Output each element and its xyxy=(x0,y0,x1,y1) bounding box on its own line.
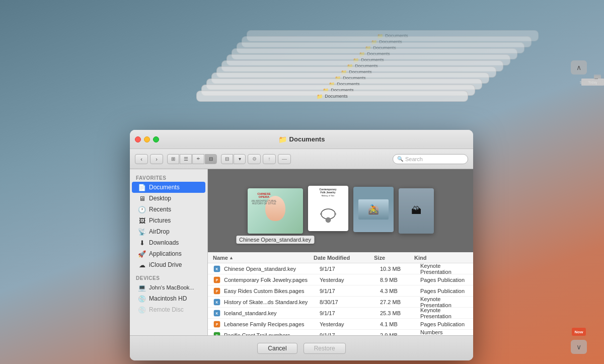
finder-window: 📁 Documents ‹ › ⊞ ☰ ⫩ ⊟ ⊟ ▾ ⚙ ↑ — � xyxy=(130,130,473,360)
file-name-6: Pacific Crest Trail.numbers xyxy=(224,332,320,336)
forward-button[interactable]: › xyxy=(150,154,163,164)
today-marker: Today xyxy=(581,79,604,86)
search-box[interactable]: 🔍 Search xyxy=(393,154,468,164)
file-row-2[interactable]: P Easy Rides Custom Bikes.pages 9/1/17 4… xyxy=(208,285,473,297)
col-header-name[interactable]: Name ▲ xyxy=(213,255,314,261)
view-column-btn[interactable]: ⫩ xyxy=(192,154,204,164)
svg-text:K: K xyxy=(215,312,218,315)
up-arrow-icon: ∧ xyxy=(576,63,581,71)
file-row-1[interactable]: P Contemporary Folk Jewelry.pages Yester… xyxy=(208,274,473,285)
search-placeholder: Search xyxy=(405,156,423,162)
share-btn[interactable]: ↑ xyxy=(263,154,276,164)
back-button[interactable]: ‹ xyxy=(135,154,148,164)
file-list-header[interactable]: Name ▲ Date Modified Size Kind xyxy=(208,252,473,263)
downloads-icon: ⬇ xyxy=(138,239,146,247)
view-buttons: ⊞ ☰ ⫩ ⊟ xyxy=(167,154,217,164)
file-row-5[interactable]: P Lebanese Family Recipes.pages Yesterda… xyxy=(208,319,473,330)
file-row-0[interactable]: K Chinese Opera_standard.key 9/1/17 10.3… xyxy=(208,263,473,274)
col-header-modified[interactable]: Date Modified xyxy=(314,255,374,261)
file-modified-6: 9/1/17 xyxy=(320,332,380,336)
timeline: ∧ Today (Now) September 2017 Today xyxy=(564,60,594,354)
cancel-button[interactable]: Cancel xyxy=(257,343,297,354)
down-arrow-icon: ∨ xyxy=(576,343,581,351)
file-modified-1: Yesterday xyxy=(320,277,380,283)
file-name-3: History of Skate...ds Standard.key xyxy=(224,299,320,305)
window-body: Favorites 📄 Documents 🖥 Desktop 🕐 Recent… xyxy=(130,169,473,335)
file-kind-1: Pages Publication xyxy=(420,277,468,283)
sidebar-item-downloads[interactable]: ⬇ Downloads xyxy=(132,237,205,248)
group-btn[interactable]: ⊟ xyxy=(221,154,233,164)
svg-point-1 xyxy=(326,217,331,223)
sidebar-item-macintosh[interactable]: 💿 Macintosh HD xyxy=(132,293,205,304)
recents-icon: 🕐 xyxy=(138,205,146,213)
airdrop-icon: 📡 xyxy=(138,228,146,236)
sidebar-item-pictures[interactable]: 🖼 Pictures xyxy=(132,215,205,226)
group-down-btn[interactable]: ▾ xyxy=(234,154,246,164)
file-name-4: Iceland_standard.key xyxy=(224,310,320,316)
iceland-content: 🏔 xyxy=(399,188,434,234)
applications-icon: 🚀 xyxy=(138,250,146,258)
sidebar-item-airdrop[interactable]: 📡 AirDrop xyxy=(132,226,205,237)
timeline-block-3 xyxy=(594,76,601,79)
sidebar-item-applications[interactable]: 🚀 Applications xyxy=(132,248,205,259)
tick-8 xyxy=(595,79,598,79)
col-header-kind[interactable]: Kind xyxy=(414,255,468,261)
sidebar-item-macbook[interactable]: 💻 John's MacBook... xyxy=(132,282,205,293)
file-modified-0: 9/1/17 xyxy=(320,266,380,272)
window-title: 📁 Documents xyxy=(278,135,325,143)
restore-button[interactable]: Restore xyxy=(304,343,346,354)
sidebar-item-recents[interactable]: 🕐 Recents xyxy=(132,204,205,215)
bikes-content: 🚵 xyxy=(358,199,389,220)
file-size-4: 25.3 MB xyxy=(380,310,420,316)
sidebar-item-documents[interactable]: 📄 Documents xyxy=(132,182,205,193)
file-row-3[interactable]: K History of Skate...ds Standard.key 8/3… xyxy=(208,297,473,308)
svg-point-2 xyxy=(320,213,322,215)
svg-text:P: P xyxy=(216,323,218,326)
preview-bikes: 🚵 xyxy=(353,187,394,232)
folder-icon: 📁 xyxy=(278,135,287,143)
action-gear-btn[interactable]: ⚙ xyxy=(248,154,261,164)
title-bar: 📁 Documents xyxy=(130,130,473,149)
documents-icon: 📄 xyxy=(138,183,146,191)
minimize-button[interactable] xyxy=(144,136,150,142)
action2-btn[interactable]: — xyxy=(278,154,291,164)
iceland-thumb: 🏔 xyxy=(399,188,434,234)
preview-jewelry: ContemporaryFolk JewelryMaking of Tale xyxy=(308,186,348,231)
opera-thumb: CHINESE OPERA An architectural history o… xyxy=(248,188,303,234)
file-row-6[interactable]: N Pacific Crest Trail.numbers 9/1/17 2.9… xyxy=(208,330,473,335)
main-content: CHINESE OPERA An architectural history o… xyxy=(208,169,473,335)
file-icon-5: P xyxy=(213,320,221,328)
sidebar-item-remote[interactable]: 💿 Remote Disc xyxy=(132,304,205,315)
jewelry-title: ContemporaryFolk JewelryMaking of Tale xyxy=(319,188,336,197)
bikes-image: 🚵 xyxy=(358,199,389,220)
file-name-2: Easy Rides Custom Bikes.pages xyxy=(224,288,320,294)
file-modified-2: 9/1/17 xyxy=(320,288,380,294)
biker-icon: 🚵 xyxy=(368,204,379,215)
macbook-icon: 💻 xyxy=(138,283,146,292)
sidebar-item-icloud[interactable]: ☁ iCloud Drive xyxy=(132,259,205,270)
timeline-up-btn[interactable]: ∧ xyxy=(571,60,587,75)
view-icon-btn[interactable]: ⊞ xyxy=(167,154,179,164)
svg-text:K: K xyxy=(215,267,218,271)
bikes-thumb: 🚵 xyxy=(353,187,394,232)
view-list-btn[interactable]: ☰ xyxy=(180,154,192,164)
view-cover-btn[interactable]: ⊟ xyxy=(205,154,217,164)
col-header-size[interactable]: Size xyxy=(374,255,414,261)
desktop-icon: 🖥 xyxy=(138,194,146,202)
file-icon-0: K xyxy=(213,265,221,273)
opera-text: CHINESE OPERA An architectural history o… xyxy=(252,192,277,205)
remote-icon: 💿 xyxy=(138,306,146,314)
file-icon-3: K xyxy=(213,298,221,306)
close-button[interactable] xyxy=(135,136,141,142)
file-icon-1: P xyxy=(213,276,221,284)
maximize-button[interactable] xyxy=(153,136,159,142)
timeline-down-btn[interactable]: ∨ xyxy=(571,340,587,354)
sidebar-item-desktop[interactable]: 🖥 Desktop xyxy=(132,193,205,204)
file-row-4[interactable]: K Iceland_standard.key 9/1/17 25.3 MB Ke… xyxy=(208,308,473,319)
file-size-2: 4.3 MB xyxy=(380,288,420,294)
opera-label: Chinese Opera_standard.key xyxy=(236,236,314,244)
sort-arrow: ▲ xyxy=(229,255,234,260)
svg-text:N: N xyxy=(215,334,218,336)
file-name-1: Contemporary Folk Jewelry.pages xyxy=(224,277,320,283)
file-modified-5: Yesterday xyxy=(320,321,380,327)
